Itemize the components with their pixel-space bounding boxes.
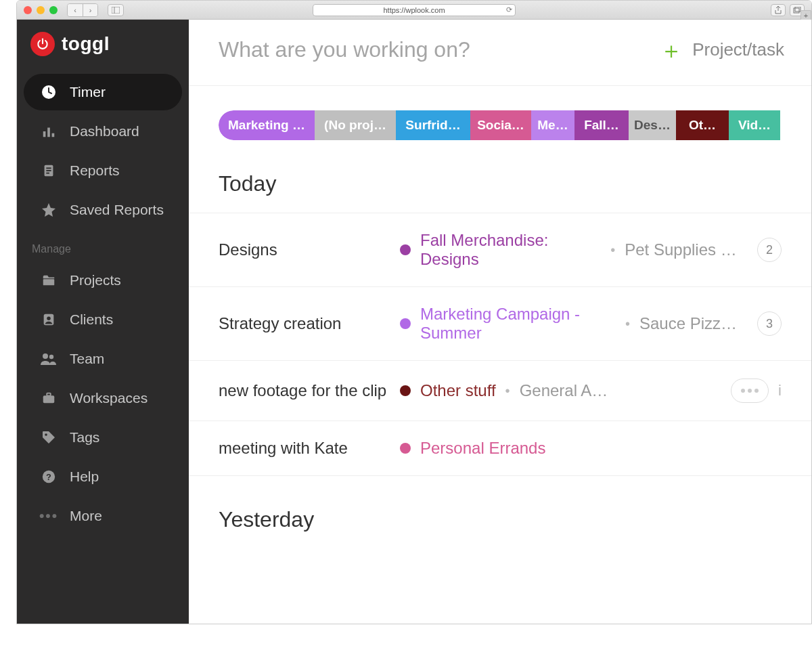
- main-area: ＋ Project/task Marketing …(No proj…Surfr…: [189, 20, 811, 624]
- project-color-dot: [400, 244, 411, 255]
- project-task-label: Project/task: [692, 39, 784, 60]
- back-button[interactable]: ‹: [68, 4, 83, 16]
- segment-5[interactable]: Fall…: [574, 110, 629, 140]
- entry-meta: Other stuff•General A…: [400, 381, 719, 400]
- segment-8[interactable]: Vid…: [729, 110, 780, 140]
- entry-meta: Personal Errands: [400, 439, 769, 458]
- time-entry[interactable]: meeting with KatePersonal Errands: [189, 421, 811, 476]
- entry-actions: i: [731, 379, 782, 403]
- svg-rect-0: [112, 7, 120, 14]
- svg-rect-17: [43, 395, 55, 403]
- sidebar-item-label: Dashboard: [70, 123, 139, 139]
- nav-primary: TimerDashboardReportsSaved Reports: [17, 72, 189, 230]
- doc-icon: [40, 162, 58, 179]
- sidebar-item-label: Tags: [70, 429, 99, 446]
- sidebar-item-reports[interactable]: Reports: [24, 152, 182, 189]
- entry-description: meeting with Kate: [219, 439, 388, 458]
- sidebar-item-label: Reports: [70, 163, 120, 179]
- refresh-icon[interactable]: ⟳: [506, 5, 512, 14]
- project-color-dot: [400, 385, 411, 396]
- sidebar-item-tags[interactable]: Tags: [24, 419, 182, 456]
- project-task-picker[interactable]: ＋ Project/task: [660, 39, 784, 62]
- svg-rect-9: [46, 167, 51, 169]
- sidebar-item-more[interactable]: •••More: [24, 498, 182, 534]
- entry-project: Marketing Campaign - Summer: [420, 305, 616, 343]
- sidebar-toggle-button[interactable]: [108, 4, 124, 16]
- sidebar: toggl TimerDashboardReportsSaved Reports…: [17, 20, 189, 624]
- forward-button[interactable]: ›: [83, 4, 97, 16]
- segment-3[interactable]: Socia…: [470, 110, 531, 140]
- sidebar-item-workspaces[interactable]: Workspaces: [24, 380, 182, 416]
- segment-1[interactable]: (No proj…: [315, 110, 396, 140]
- sidebar-item-help[interactable]: ?Help: [24, 458, 182, 495]
- svg-rect-7: [52, 133, 55, 137]
- share-button[interactable]: [771, 4, 786, 16]
- project-color-dot: [400, 443, 411, 454]
- project-color-dot: [400, 318, 411, 329]
- app-name: toggl: [62, 33, 110, 55]
- sidebar-item-label: Timer: [70, 84, 106, 100]
- segment-7[interactable]: Ot…: [676, 110, 729, 140]
- entry-count-badge[interactable]: 2: [757, 238, 782, 262]
- sidebar-item-team[interactable]: Team: [24, 341, 182, 377]
- briefcase-icon: [40, 389, 58, 407]
- entry-more-button[interactable]: [731, 379, 769, 403]
- separator-dot: •: [505, 383, 510, 399]
- task-description-input[interactable]: [219, 37, 558, 62]
- sidebar-item-clients[interactable]: Clients: [24, 301, 182, 338]
- sidebar-item-timer[interactable]: Timer: [24, 74, 182, 110]
- svg-rect-12: [43, 279, 55, 285]
- svg-rect-11: [46, 173, 49, 174]
- entry-actions: 3: [757, 311, 782, 336]
- help-icon: ?: [40, 468, 58, 485]
- separator-dot: •: [625, 316, 630, 332]
- time-distribution-bar: Marketing …(No proj…Surfrid…Socia…Me…Fal…: [219, 110, 811, 140]
- entry-trail: i: [778, 382, 782, 399]
- segment-6[interactable]: Des…: [629, 110, 676, 140]
- people-icon: [40, 350, 58, 368]
- svg-point-16: [49, 355, 53, 359]
- entry-client: General A…: [520, 381, 608, 400]
- time-entry[interactable]: new footage for the clipOther stuff•Gene…: [189, 361, 811, 421]
- chrome-right: [771, 4, 805, 16]
- maximize-window-button[interactable]: [49, 6, 58, 14]
- entry-count-badge[interactable]: 3: [757, 311, 782, 336]
- close-window-button[interactable]: [24, 6, 32, 14]
- svg-rect-2: [794, 8, 799, 13]
- separator-dot: •: [610, 242, 615, 258]
- url-bar[interactable]: https://wplook.com ⟳: [313, 4, 516, 16]
- sidebar-item-projects[interactable]: Projects: [24, 262, 182, 299]
- entry-project: Other stuff: [420, 381, 496, 400]
- segment-0[interactable]: Marketing …: [219, 110, 315, 140]
- entry-description: Strategy creation: [219, 314, 388, 333]
- segment-2[interactable]: Surfrid…: [396, 110, 470, 140]
- minimize-window-button[interactable]: [37, 6, 45, 14]
- entry-description: Designs: [219, 240, 388, 259]
- window-controls: [24, 6, 58, 14]
- app-root: toggl TimerDashboardReportsSaved Reports…: [17, 20, 811, 624]
- app-logo[interactable]: toggl: [17, 32, 189, 72]
- sidebar-item-label: More: [70, 508, 102, 524]
- entry-client: Pet Supplies Plus: [625, 240, 745, 259]
- segment-4[interactable]: Me…: [531, 110, 574, 140]
- more-icon: •••: [40, 507, 58, 525]
- sidebar-item-label: Clients: [70, 311, 113, 328]
- power-icon: [30, 32, 55, 56]
- sidebar-item-label: Team: [70, 351, 104, 367]
- entry-project: Fall Merchandise: Designs: [420, 231, 601, 269]
- person-icon: [40, 311, 58, 328]
- star-icon: [40, 201, 58, 219]
- new-tab-button[interactable]: +: [800, 10, 811, 20]
- sidebar-item-label: Saved Reports: [70, 202, 164, 218]
- timer-topbar: ＋ Project/task: [189, 20, 811, 86]
- sidebar-item-dashboard[interactable]: Dashboard: [24, 113, 182, 150]
- sidebar-item-saved-reports[interactable]: Saved Reports: [24, 192, 182, 228]
- entry-actions: 2: [757, 238, 782, 262]
- time-entry[interactable]: DesignsFall Merchandise: Designs•Pet Sup…: [189, 213, 811, 287]
- sidebar-item-label: Projects: [70, 272, 121, 288]
- svg-rect-3: [795, 7, 800, 12]
- time-entry[interactable]: Strategy creationMarketing Campaign - Su…: [189, 287, 811, 361]
- nav-manage: ProjectsClientsTeamWorkspacesTags?Help••…: [17, 261, 189, 536]
- entry-client: Sauce Pizza P…: [639, 314, 745, 333]
- svg-point-19: [45, 433, 47, 436]
